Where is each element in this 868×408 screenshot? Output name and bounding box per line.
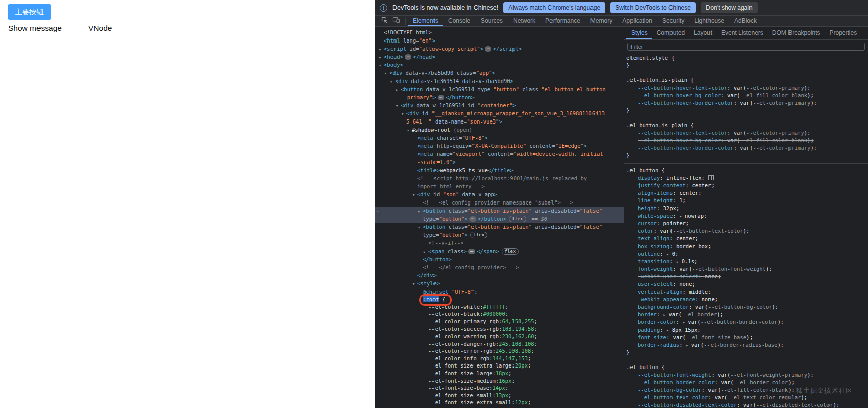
dom-tree-node[interactable]: ▾<div data-v-7ba5bd90 class="app"> (375, 69, 624, 77)
css-property[interactable]: height: 32px; (624, 205, 868, 212)
tab-adblock[interactable]: AdBlock (729, 16, 762, 26)
expand-arrow-icon[interactable]: ▸ (683, 320, 688, 325)
dont-show-again-button[interactable]: Don't show again (701, 2, 758, 13)
dom-tree-node[interactable]: <meta http-equiv="X-UA-Compatible" conte… (375, 142, 624, 150)
twisty-arrow-icon[interactable]: ▾ (412, 191, 417, 199)
twisty-arrow-icon[interactable]: ▸ (423, 248, 428, 256)
twisty-arrow-icon[interactable]: ▾ (384, 69, 389, 77)
dom-tree-node[interactable]: --el-font-size-large:18px; (375, 370, 624, 377)
dom-tree-node[interactable]: ▸<button data-v-1c369514 type="button" c… (375, 85, 624, 93)
sidebar-tab-computed[interactable]: Computed (652, 27, 689, 39)
dom-tree-node[interactable]: --primary">⋯</button> (375, 93, 624, 101)
tab-console[interactable]: Console (443, 16, 476, 26)
tab-network[interactable]: Network (508, 16, 540, 26)
tab-memory[interactable]: Memory (585, 16, 617, 26)
dom-tree-node[interactable]: </button> (375, 255, 624, 263)
dom-tree-node[interactable]: ▸<script id="allow-copy_script">⋯</scrip… (375, 45, 624, 53)
inspect-element-icon[interactable] (381, 16, 388, 26)
css-property[interactable]: align-items: center; (624, 189, 868, 197)
expand-arrow-icon[interactable]: ▸ (666, 252, 672, 257)
sidebar-tab-styles[interactable]: Styles (626, 27, 652, 39)
dom-tree-node[interactable]: --el-font-size-extra-small:12px; (375, 399, 624, 406)
dom-tree-node[interactable]: ▾<div id="__qiankun_microapp_wrapper_for… (375, 109, 624, 117)
dom-tree-node[interactable]: --el-font-size-medium:16px; (375, 377, 624, 385)
dom-tree-node[interactable]: <!--v-if--> (375, 239, 624, 247)
twisty-arrow-icon[interactable]: ▸ (379, 45, 384, 53)
css-property[interactable]: text-align: center; (624, 235, 868, 242)
css-property[interactable]: border-color: ▸ var(--el-button-border-c… (624, 318, 868, 326)
dom-tree-node[interactable]: ▾<button class="el-button is-plain" aria… (375, 223, 624, 231)
css-property[interactable]: justify-content: center; (624, 182, 868, 189)
css-property[interactable]: --el-button-hover-border-color: var(--el… (624, 144, 868, 152)
expand-arrow-icon[interactable]: ▸ (686, 343, 691, 348)
css-property[interactable]: border: ▸ var(--el-border); (624, 311, 868, 318)
css-property[interactable]: -webkit-user-select: none; (624, 273, 868, 280)
flex-badge[interactable]: flex (502, 248, 519, 255)
dom-tree-node[interactable]: --el-color-info-rgb:144,147,153; (375, 355, 624, 362)
dom-tree-node[interactable]: <!-- script http://localhost:9001/main.j… (375, 174, 624, 182)
dom-tree-node[interactable]: <html lang="en"> (375, 36, 624, 45)
twisty-arrow-icon[interactable]: ▾ (401, 110, 406, 118)
css-property[interactable]: --el-button-hover-text-color: var(--el-c… (624, 84, 868, 92)
tab-application[interactable]: Application (617, 16, 657, 26)
twisty-arrow-icon[interactable]: ▾ (379, 61, 384, 69)
css-property[interactable]: font-size: var(--el-font-size-base); (624, 334, 868, 341)
expand-ellipsis-icon[interactable]: ⋯ (485, 46, 491, 52)
dom-tree-node[interactable]: --el-color-white:#ffffff; (375, 303, 624, 311)
tab-lighthouse[interactable]: Lighthouse (689, 16, 729, 26)
dom-tree-node[interactable]: --el-font-size-extra-large:20px; (375, 362, 624, 370)
dom-tree-node[interactable]: ▸<head>⋯</head> (375, 53, 624, 61)
dom-tree-node[interactable]: type="button">flex (375, 231, 624, 239)
css-property[interactable]: --el-button-font-weight: var(--el-font-w… (624, 371, 868, 379)
css-property[interactable]: color: var(--el-button-text-color); (624, 227, 868, 235)
dom-tree-node[interactable]: ▸<span class>⋯</span>flex (375, 247, 624, 255)
dom-tree-node[interactable]: import-html-entry --> (375, 182, 624, 190)
css-property[interactable]: vertical-align: middle; (624, 288, 868, 296)
dom-tree-node[interactable]: ⋯▸<button class="el-button is-plain" ari… (375, 207, 624, 215)
css-property[interactable]: padding: ▸ 8px 15px; (624, 326, 868, 334)
rule-selector[interactable]: .el-button.is-plain { (624, 76, 868, 84)
css-property[interactable]: outline: ▸ 0; (624, 250, 868, 258)
dom-tree-node[interactable]: ▾#shadow-root (open) (375, 126, 624, 134)
twisty-arrow-icon[interactable]: ▾ (390, 77, 395, 86)
dom-tree-node[interactable]: type="button">⋯</button>flex== $0 (375, 215, 624, 223)
expand-arrow-icon[interactable]: ▸ (666, 328, 672, 333)
dom-tree-node[interactable]: --el-color-black:#000000; (375, 310, 624, 318)
expand-ellipsis-icon[interactable]: ⋯ (469, 216, 476, 222)
css-property[interactable]: transition: ▸ 0.1s; (624, 258, 868, 265)
sidebar-tab-event-listeners[interactable]: Event Listeners (717, 27, 768, 39)
dom-tree-node[interactable]: --el-color-danger-rgb:245,108,108; (375, 340, 624, 348)
dom-tree-node[interactable]: --el-color-primary-rgb:64,158,255; (375, 318, 624, 325)
vnode-button[interactable]: VNode (88, 24, 112, 33)
css-property[interactable]: display: inline-flex; (624, 174, 868, 182)
css-property[interactable]: -webkit-appearance: none; (624, 296, 868, 303)
css-property[interactable]: box-sizing: border-box; (624, 242, 868, 250)
dom-tree-node[interactable]: <!-- </el-config-provider> --> (375, 263, 624, 271)
css-property[interactable]: --el-button-hover-bg-color: var(--el-fil… (624, 137, 868, 144)
dom-tree-node[interactable]: :root { (375, 296, 624, 303)
dom-tree-node[interactable]: --el-font-size-small:13px; (375, 392, 624, 399)
primary-button[interactable]: 主要按钮 (8, 4, 51, 20)
twisty-arrow-icon[interactable]: ▸ (379, 53, 384, 61)
expand-ellipsis-icon[interactable]: ⋯ (405, 54, 411, 60)
dom-tree-node[interactable]: --el-color-success-rgb:103,194,58; (375, 325, 624, 333)
dom-tree-node[interactable]: ▾<div id="son" data-v-app> (375, 190, 624, 198)
dom-tree-node[interactable]: --el-font-size-base:14px; (375, 384, 624, 392)
expand-arrow-icon[interactable]: ▸ (663, 312, 669, 317)
css-property[interactable]: white-space: ▸ nowrap; (624, 212, 868, 220)
dom-tree-node[interactable]: <meta name="viewport" content="width=dev… (375, 150, 624, 158)
tab-elements[interactable]: Elements (408, 16, 443, 26)
rule-selector[interactable]: .el-button { (624, 363, 868, 371)
dom-tree-node[interactable]: ▾<style> (375, 279, 624, 288)
dom-tree-node[interactable]: </div> (375, 271, 624, 279)
sidebar-tab-dom-breakpoints[interactable]: DOM Breakpoints (768, 27, 825, 39)
flex-editor-icon[interactable] (708, 175, 714, 180)
rule-selector[interactable]: element.style { (624, 54, 868, 62)
twisty-arrow-icon[interactable]: ▸ (396, 86, 401, 94)
dom-tree-node[interactable]: --el-color-error-rgb:245,108,108; (375, 347, 624, 355)
rule-selector[interactable]: .el-button.is-plain { (624, 121, 868, 129)
dom-tree-node[interactable]: ▾<div data-v-1c369514 data-v-7ba5bd90> (375, 77, 624, 85)
css-property[interactable]: --el-button-disabled-text-color: var(--e… (624, 401, 868, 408)
tab-sources[interactable]: Sources (476, 16, 508, 26)
expand-arrow-icon[interactable]: ▸ (679, 214, 685, 219)
